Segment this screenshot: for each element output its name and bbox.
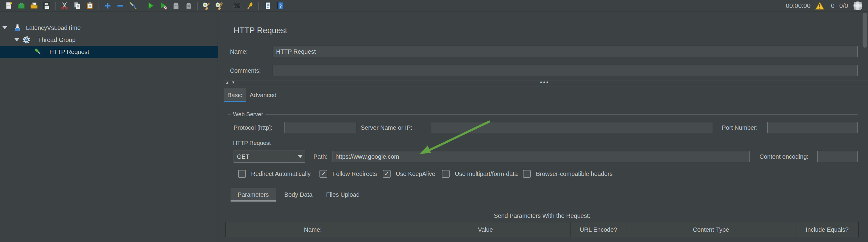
thread-group-gear-icon (22, 35, 31, 44)
redirect-automatically-label[interactable]: Redirect Automatically (251, 170, 311, 178)
tab-parameters[interactable]: Parameters (230, 188, 276, 201)
search-reset-icon[interactable] (245, 1, 254, 10)
httprequest-fieldset-line (228, 143, 858, 143)
expander-down-icon[interactable] (2, 26, 7, 29)
redirect-automatically-checkbox[interactable] (238, 170, 246, 178)
start-icon[interactable] (146, 1, 155, 10)
thread-count: 0/0 (839, 2, 848, 9)
tab-basic-active-bar (224, 101, 246, 102)
copy-icon[interactable] (73, 1, 82, 10)
browser-headers-checkbox[interactable] (523, 170, 531, 178)
templates-icon[interactable] (17, 1, 26, 10)
users-icon (853, 1, 862, 10)
column-header-value[interactable]: Value (401, 222, 570, 237)
comments-input[interactable] (273, 65, 858, 76)
tab-advanced[interactable]: Advanced (246, 88, 280, 102)
tree-main-divider[interactable] (218, 11, 218, 242)
chevron-down-icon[interactable] (298, 155, 303, 158)
protocol-input[interactable] (284, 122, 356, 133)
server-name-label: Server Name or IP: (361, 122, 412, 133)
webserver-fieldset-line (228, 114, 858, 115)
content-encoding-input[interactable] (817, 151, 858, 162)
tab-body-data[interactable]: Body Data (279, 188, 318, 201)
splitter-grip-icon[interactable]: ••• (540, 79, 550, 86)
tab-parameters-active-bar (230, 200, 276, 201)
path-input[interactable]: https://www.google.com (332, 151, 749, 162)
test-plan-flask-icon (13, 24, 22, 32)
vertical-scrollbar[interactable] (863, 13, 867, 48)
follow-redirects-label[interactable]: Follow Redirects (333, 170, 377, 178)
toggle-icon[interactable] (128, 1, 137, 10)
multipart-label[interactable]: Use multipart/form-data (455, 170, 518, 178)
shutdown-icon[interactable] (184, 1, 193, 10)
port-input[interactable] (767, 122, 858, 133)
toolbar-status: 00:00:00 0 0/0 (781, 1, 864, 10)
stop-icon[interactable]: STOP (172, 1, 181, 10)
name-label: Name: (230, 46, 248, 57)
tree-item-label[interactable]: LatencyVsLoadTime (26, 22, 81, 34)
method-select[interactable]: GET (234, 151, 305, 163)
toolbar: STOP ? 00:00:00 0 (0, 0, 868, 11)
function-helper-icon[interactable] (263, 1, 272, 10)
save-icon[interactable] (42, 1, 51, 10)
content-encoding-label: Content encoding: (760, 151, 808, 162)
column-header-name[interactable]: Name: (225, 222, 400, 237)
toolbar-separator (197, 2, 198, 10)
method-select-divider (296, 151, 296, 162)
tree-item-test-plan[interactable]: LatencyVsLoadTime (0, 22, 218, 34)
toolbar-separator (228, 2, 228, 10)
paste-icon[interactable] (85, 1, 94, 10)
open-icon[interactable] (30, 1, 38, 10)
use-keepalive-checkbox[interactable]: ✓ (383, 170, 391, 178)
toolbar-separator (142, 2, 142, 10)
toolbar-separator (98, 2, 99, 10)
expander-down-icon[interactable] (14, 38, 19, 41)
tree-main-divider-line (223, 11, 223, 242)
name-input[interactable]: HTTP Request (273, 46, 858, 57)
tree-item-label[interactable]: Thread Group (38, 34, 76, 46)
method-value: GET (237, 153, 249, 160)
server-name-input[interactable] (432, 122, 713, 133)
page-title: HTTP Request (234, 26, 287, 35)
use-keepalive-label[interactable]: Use KeepAlive (396, 170, 435, 178)
params-table-title: Send Parameters With the Request: (225, 212, 859, 219)
column-header-content-type[interactable]: Content-Type (627, 222, 795, 237)
splitter-expand-button[interactable]: ▼ (231, 80, 235, 84)
httprequest-legend: HTTP Request (230, 140, 273, 146)
tree-item-label[interactable]: HTTP Request (50, 46, 89, 58)
tree-indent-guide (5, 34, 5, 58)
splitter-collapse-button[interactable]: ▲ (225, 80, 229, 84)
http-sampler-icon (34, 48, 42, 56)
column-header-url-encode[interactable]: URL Encode? (570, 222, 626, 237)
cut-icon[interactable] (60, 1, 69, 10)
add-icon[interactable] (103, 1, 112, 10)
jmeter-window: STOP ? 00:00:00 0 (0, 0, 868, 242)
clear-icon[interactable] (202, 1, 211, 10)
new-file-icon[interactable] (4, 1, 13, 10)
protocol-label: Protocol [http]: (234, 122, 273, 133)
comments-label: Comments: (230, 65, 261, 76)
elapsed-timer: 00:00:00 (786, 2, 810, 9)
tree-indent-guide (17, 46, 17, 58)
svg-text:STOP: STOP (174, 5, 179, 7)
log-warning-count: 0 (831, 2, 835, 9)
start-no-pauses-icon[interactable] (159, 1, 168, 10)
svg-text:?: ? (279, 4, 282, 8)
search-icon[interactable] (232, 1, 241, 10)
tab-files-upload[interactable]: Files Upload (321, 188, 365, 201)
browser-headers-label[interactable]: Browser-compatible headers (536, 170, 613, 178)
log-warning-icon[interactable] (815, 1, 824, 10)
tab-basic[interactable]: Basic (224, 88, 246, 102)
tree-item-thread-group[interactable]: Thread Group (0, 34, 218, 46)
follow-redirects-checkbox[interactable]: ✓ (319, 170, 327, 178)
remove-icon[interactable] (116, 1, 125, 10)
column-header-include-equals[interactable]: Include Equals? (796, 222, 859, 237)
webserver-legend: Web Server (230, 111, 266, 118)
path-label: Path: (313, 151, 328, 162)
clear-all-icon[interactable] (215, 1, 224, 10)
port-label: Port Number: (722, 122, 758, 133)
multipart-checkbox[interactable] (442, 170, 450, 178)
help-icon[interactable]: ? (276, 1, 284, 10)
tree-item-http-request[interactable]: HTTP Request (0, 46, 218, 58)
